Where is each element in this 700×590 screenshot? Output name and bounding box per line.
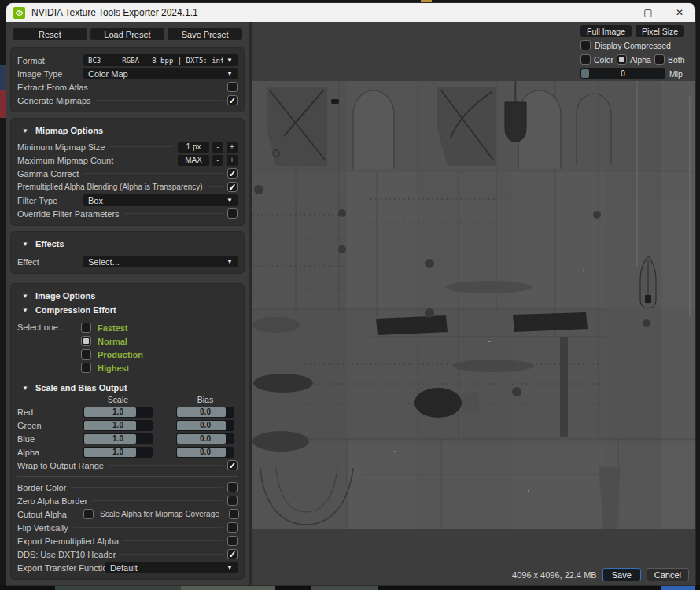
taskbar-accent (661, 584, 695, 590)
collapse-arrow-icon: ▼ (22, 307, 28, 314)
save-button[interactable]: Save (602, 568, 641, 581)
desktop-left-art-blue (0, 65, 6, 90)
scale-bias-header[interactable]: ▼ Scale and Bias Output (11, 382, 244, 394)
channel-color-label: Color (594, 55, 613, 65)
mip-value: 0 (580, 68, 665, 79)
alpha-label: Alpha (17, 448, 83, 457)
blue-bias-slider[interactable]: 0.0 (176, 433, 234, 444)
min-size-decrement-button[interactable]: - (212, 142, 223, 153)
max-count-decrement-button[interactable]: - (212, 155, 223, 166)
wrap-output-checkbox[interactable] (227, 460, 238, 470)
desktop-top-artifact (421, 0, 432, 2)
red-bias-slider[interactable]: 0.0 (176, 407, 234, 418)
preview-pane: Full Image Pixel Size Display Compressed… (252, 22, 695, 585)
min-mipmap-size-field[interactable]: 1 px (178, 142, 209, 153)
effect-dropdown[interactable]: Select... ▼ (83, 256, 238, 267)
override-filter-checkbox[interactable] (227, 208, 238, 219)
title-bar[interactable]: NVIDIA Texture Tools Exporter 2024.1.1 —… (6, 3, 695, 22)
preset-toolbar: Reset Load Preset Save Preset (10, 28, 245, 40)
scale-column-header: Scale (83, 395, 153, 404)
leader-line (208, 186, 223, 187)
display-compressed-checkbox[interactable] (580, 40, 591, 50)
leader-line (96, 100, 223, 101)
compression-fastest-checkbox[interactable] (81, 323, 91, 333)
effects-header[interactable]: ▼ Effects (11, 238, 244, 250)
filter-type-label: Filter Type (17, 196, 83, 205)
load-preset-button[interactable]: Load Preset (90, 28, 165, 40)
image-options-header[interactable]: ▼ Image Options (11, 289, 244, 302)
leader-line (83, 173, 223, 174)
compression-production-label: Production (98, 350, 143, 360)
preview-controls: Full Image Pixel Size Display Compressed… (580, 25, 689, 79)
cutout-alpha-checkbox[interactable] (83, 509, 94, 519)
border-color-checkbox[interactable] (227, 482, 238, 492)
mip-slider[interactable]: 0 (580, 68, 665, 79)
maximize-button[interactable]: ▢ (632, 3, 664, 22)
premultiplied-label: Premultiplied Alpha Blending (Alpha is T… (17, 183, 203, 191)
texture-preview-image[interactable] (252, 81, 695, 529)
gamma-correct-checkbox[interactable] (227, 168, 238, 179)
compression-highest-label: Highest (98, 363, 129, 373)
compression-normal-checkbox[interactable] (81, 336, 91, 346)
generate-mipmaps-checkbox[interactable] (227, 95, 238, 105)
collapse-arrow-icon: ▼ (22, 385, 28, 392)
blue-label: Blue (17, 434, 83, 444)
override-filter-label: Override Filter Parameters (17, 209, 120, 219)
zero-alpha-border-label: Zero Alpha Border (17, 496, 87, 506)
leader-line (109, 465, 223, 466)
display-compressed-label: Display Compressed (595, 41, 671, 50)
reset-button[interactable]: Reset (13, 28, 87, 40)
max-mipmap-count-field[interactable]: MAX (178, 155, 209, 166)
flip-vertically-checkbox[interactable] (227, 522, 238, 533)
filter-type-dropdown[interactable]: Box ▼ (83, 194, 238, 206)
channel-both-checkbox[interactable] (654, 54, 665, 65)
red-scale-slider[interactable]: 1.0 (83, 407, 153, 418)
dxt10-header-checkbox[interactable] (227, 549, 238, 559)
mipmap-options-header[interactable]: ▼ Mipmap Options (11, 124, 244, 137)
mipmap-options-box: ▼ Mipmap Options Minimum Mipmap Size 1 p… (10, 118, 245, 226)
collapse-arrow-icon: ▼ (22, 241, 28, 248)
nvidia-logo-icon (13, 7, 25, 19)
leader-line (118, 160, 173, 160)
border-color-label: Border Color (17, 483, 66, 492)
bias-column-header: Bias (176, 395, 234, 404)
status-bar: 4096 x 4096, 22.4 MB Save Cancel (512, 568, 689, 581)
format-label: Format (17, 56, 83, 65)
save-preset-button[interactable]: Save Preset (168, 28, 242, 40)
compression-highest-checkbox[interactable] (81, 363, 91, 373)
image-type-dropdown[interactable]: Color Map ▼ (83, 68, 238, 79)
minimize-button[interactable]: — (601, 3, 632, 22)
compression-effort-header[interactable]: ▼ Compression Effort (11, 304, 244, 316)
flip-vertically-label: Flip Vertically (17, 523, 68, 533)
transfer-function-dropdown[interactable]: Default ▼ (105, 562, 238, 573)
green-scale-slider[interactable]: 1.0 (83, 420, 153, 431)
channel-both-label: Both (668, 55, 685, 65)
cancel-button[interactable]: Cancel (647, 568, 689, 581)
alpha-scale-slider[interactable]: 1.0 (83, 447, 153, 458)
compression-production-checkbox[interactable] (81, 349, 91, 360)
compression-effort-title: Compression Effort (35, 305, 116, 315)
alpha-bias-slider[interactable]: 0.0 (176, 447, 234, 458)
pixel-size-button[interactable]: Pixel Size (636, 25, 684, 37)
full-image-button[interactable]: Full Image (580, 25, 632, 37)
image-type-label: Image Type (17, 69, 83, 79)
channel-alpha-checkbox[interactable] (617, 54, 627, 65)
image-size-status: 4096 x 4096, 22.4 MB (512, 570, 597, 580)
close-button[interactable]: ✕ (664, 3, 695, 22)
window-content: Reset Load Preset Save Preset Format BC3… (6, 22, 695, 585)
premultiplied-checkbox[interactable] (227, 182, 238, 192)
green-bias-slider[interactable]: 0.0 (176, 420, 234, 431)
export-premultiplied-checkbox[interactable] (227, 536, 238, 546)
zero-alpha-border-checkbox[interactable] (227, 496, 238, 506)
scale-alpha-coverage-checkbox[interactable] (229, 509, 239, 519)
format-dropdown[interactable]: BC3 RGBA 8 bpp | DXT5: interpolate ▼ (83, 54, 238, 66)
window-title: NVIDIA Texture Tools Exporter 2024.1.1 (31, 7, 601, 18)
min-size-increment-button[interactable]: + (227, 142, 238, 153)
leader-line (123, 540, 223, 541)
image-type-value: Color Map (88, 69, 223, 79)
blue-scale-slider[interactable]: 1.0 (83, 433, 153, 444)
channel-color-checkbox[interactable] (580, 54, 591, 65)
leader-line (124, 213, 223, 214)
extract-atlas-checkbox[interactable] (227, 82, 238, 92)
max-count-increment-button[interactable]: + (227, 155, 238, 166)
